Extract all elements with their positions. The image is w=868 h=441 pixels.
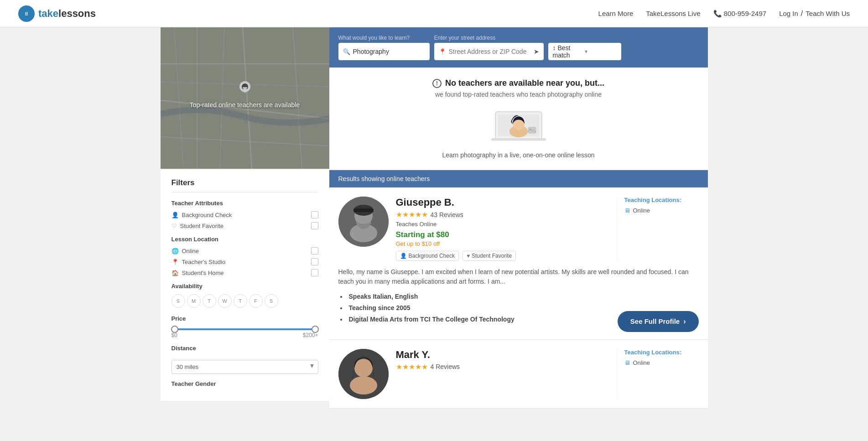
day-wednesday[interactable]: W	[218, 294, 232, 308]
teach-with-us-link[interactable]: Teach With Us	[806, 10, 850, 17]
online-row: 🌐 Online	[172, 247, 318, 254]
teacher-2-reviews: 4 Reviews	[431, 363, 460, 370]
day-monday[interactable]: M	[187, 294, 201, 308]
search-bar: What would you like to learn? 🔍 Enter yo…	[329, 27, 708, 67]
teacher-1-locations: Teaching Locations: 🖥 Online	[617, 197, 699, 261]
right-content: What would you like to learn? 🔍 Enter yo…	[329, 27, 708, 409]
pin-icon: 📍	[172, 259, 179, 265]
teacher-attributes-label: Teacher Attributes	[172, 200, 318, 207]
learn-more-link[interactable]: Learn More	[598, 10, 634, 17]
distance-label: Distance	[172, 345, 318, 352]
separator: /	[801, 10, 803, 18]
students-home-checkbox[interactable]	[311, 269, 318, 276]
teacher-1-badges: 👤 Background Check ♥ Student Favorite	[396, 251, 609, 261]
sort-value: ↕ Best match	[553, 44, 585, 59]
background-check-checkbox[interactable]	[311, 211, 318, 218]
headline-row: ! No teachers are available near you, bu…	[338, 78, 699, 88]
phone-number: 📞 800-959-2497	[713, 10, 767, 18]
day-saturday[interactable]: S	[265, 294, 278, 308]
teacher-2-stars: ★★★★★	[396, 363, 428, 371]
teacher-1-discount: Get up to $10 off	[396, 240, 609, 247]
teacher-1-stars: ★★★★★	[396, 210, 428, 219]
left-column: Top-rated online teachers are available …	[161, 27, 329, 409]
day-friday[interactable]: F	[249, 294, 263, 308]
address-input[interactable]	[449, 48, 534, 55]
teaching-locations-title: Teaching Locations:	[624, 197, 699, 203]
student-favorite-label: Student Favorite	[180, 223, 223, 229]
availability-days: S M T W T F S	[172, 294, 318, 308]
online-illustration	[491, 105, 546, 145]
teacher-gender-label: Teacher Gender	[172, 380, 318, 387]
filter-panel: Filters Teacher Attributes 👤 Background …	[161, 169, 329, 401]
teacher-1-avatar	[338, 197, 389, 247]
see-full-profile-button[interactable]: See Full Profile ›	[618, 311, 699, 332]
teacher-1-info: Giuseppe B. ★★★★★ 43 Reviews Teaches Onl…	[396, 197, 609, 261]
price-fill	[172, 328, 318, 330]
no-teachers-notice: ! No teachers are available near you, bu…	[329, 67, 708, 170]
map-overlay: Top-rated online teachers are available	[161, 27, 329, 169]
teacher-1-name: Giuseppe B.	[396, 197, 609, 208]
teaching-location-online: 🖥 Online	[624, 207, 699, 214]
learn-input-wrap: 🔍	[338, 43, 430, 60]
student-favorite-checkbox[interactable]	[311, 222, 318, 229]
price-thumb-min[interactable]	[171, 326, 178, 333]
teacher-2-stars-row: ★★★★★ 4 Reviews	[396, 363, 609, 371]
day-tuesday[interactable]: T	[203, 294, 216, 308]
results-header: Results showing online teachers	[329, 170, 708, 187]
heart-filled-icon: ♥	[467, 253, 470, 259]
svg-rect-27	[353, 208, 374, 212]
availability-label: Availability	[172, 283, 318, 290]
online-caption: Learn photography in a live, one-on-one …	[338, 151, 699, 159]
no-teachers-subtext: we found top-rated teachers who teach ph…	[338, 91, 699, 98]
sort-select-wrap[interactable]: ↕ Best match ▾	[548, 43, 621, 60]
globe-icon: 🌐	[172, 248, 179, 254]
teacher-1-teaches: Teaches Online	[396, 221, 609, 228]
arrow-right-icon: ›	[683, 317, 686, 326]
person-icon: 👤	[172, 212, 179, 218]
badge-2-label: Student Favorite	[472, 253, 512, 259]
price-thumb-max[interactable]	[312, 326, 319, 333]
log-in-link[interactable]: Log In	[779, 10, 798, 17]
background-check-label: Background Check	[182, 212, 232, 218]
lesson-location-label: Lesson Location	[172, 236, 318, 243]
logo-icon: tl	[18, 5, 35, 22]
distance-select[interactable]: 30 miles 5 miles 10 miles 20 miles 50 mi…	[172, 360, 318, 374]
teaching-location-2-online: 🖥 Online	[624, 359, 699, 366]
takelessons-live-link[interactable]: TakeLessons Live	[646, 10, 700, 17]
online-label: Online	[182, 248, 199, 254]
search-icon: 🔍	[343, 48, 350, 55]
teacher-2-avatar	[338, 349, 389, 399]
svg-text:tl: tl	[25, 11, 28, 16]
teacher-card-2: Mark Y. ★★★★★ 4 Reviews Teaching Locatio…	[329, 340, 708, 409]
address-field: Enter your street address 📍 ➤	[434, 35, 544, 60]
teacher-card-2-top: Mark Y. ★★★★★ 4 Reviews Teaching Locatio…	[338, 349, 699, 399]
teacher-1-stars-row: ★★★★★ 43 Reviews	[396, 210, 609, 219]
see-profile-label: See Full Profile	[630, 317, 680, 325]
info-icon: !	[432, 79, 442, 88]
heart-icon: ♡	[172, 223, 177, 229]
svg-point-29	[354, 359, 373, 377]
filter-title: Filters	[172, 178, 318, 192]
badge-1-label: Background Check	[409, 253, 455, 259]
price-min-label: $0	[172, 332, 177, 338]
teacher-1-price: Starting at $80	[396, 230, 609, 239]
teachers-studio-row: 📍 Teacher's Studio	[172, 258, 318, 265]
main-nav: Learn More TakeLessons Live 📞 800-959-24…	[598, 10, 850, 18]
price-range	[172, 328, 318, 330]
sort-chevron-icon: ▾	[585, 48, 617, 55]
day-thursday[interactable]: T	[234, 294, 247, 308]
learn-label: What would you like to learn?	[338, 35, 430, 41]
teacher-2-locations: Teaching Locations: 🖥 Online	[617, 349, 699, 399]
teachers-studio-label: Teacher's Studio	[182, 259, 226, 265]
logo[interactable]: tl takelessons	[18, 5, 96, 22]
main-layout: Top-rated online teachers are available …	[161, 27, 708, 427]
online-checkbox[interactable]	[311, 247, 318, 254]
tl-online-label: Online	[633, 207, 650, 214]
students-home-row: 🏠 Student's Home	[172, 269, 318, 276]
day-sunday[interactable]: S	[172, 294, 185, 308]
teachers-studio-checkbox[interactable]	[311, 258, 318, 265]
online-location-icon: 🖥	[624, 207, 630, 214]
map-panel: Top-rated online teachers are available	[161, 27, 329, 169]
map-overlay-text: Top-rated online teachers are available	[190, 100, 300, 110]
learn-input[interactable]	[353, 48, 417, 55]
